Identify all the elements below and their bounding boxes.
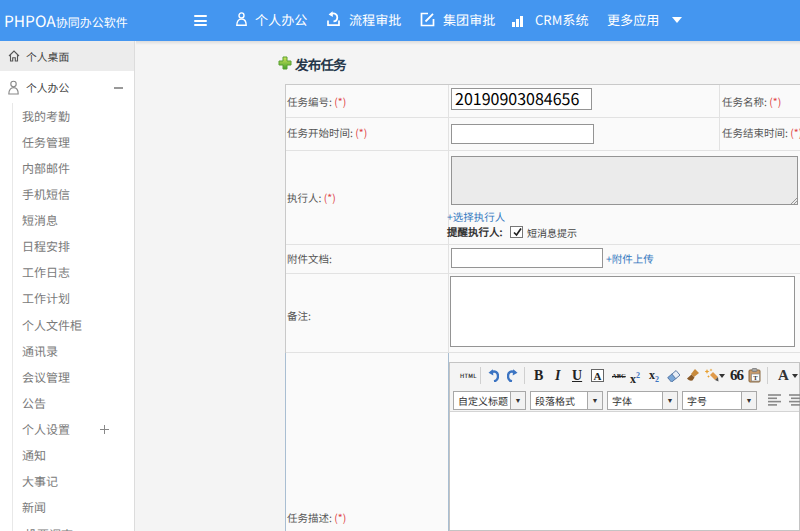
svg-text:T: T <box>753 374 758 381</box>
